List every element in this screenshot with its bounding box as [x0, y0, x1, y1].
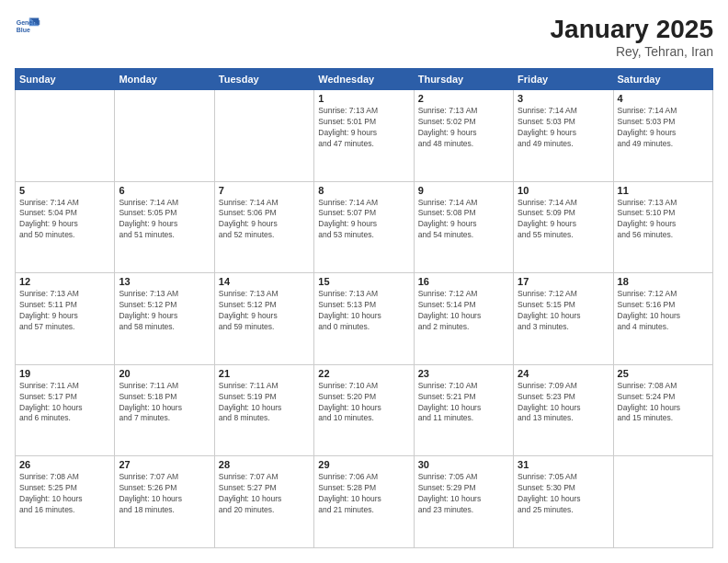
- table-cell: 22Sunrise: 7:10 AM Sunset: 5:20 PM Dayli…: [314, 364, 414, 456]
- day-info: Sunrise: 7:14 AM Sunset: 5:05 PM Dayligh…: [119, 198, 210, 242]
- day-number: 15: [318, 276, 409, 287]
- day-info: Sunrise: 7:14 AM Sunset: 5:04 PM Dayligh…: [19, 198, 110, 242]
- day-info: Sunrise: 7:13 AM Sunset: 5:11 PM Dayligh…: [19, 289, 110, 333]
- logo: General Blue: [15, 15, 40, 40]
- day-info: Sunrise: 7:11 AM Sunset: 5:19 PM Dayligh…: [219, 381, 310, 425]
- calendar-table: Sunday Monday Tuesday Wednesday Thursday…: [15, 68, 713, 548]
- table-cell: 2Sunrise: 7:13 AM Sunset: 5:02 PM Daylig…: [414, 90, 513, 182]
- week-row-2: 5Sunrise: 7:14 AM Sunset: 5:04 PM Daylig…: [16, 181, 713, 273]
- table-cell: 23Sunrise: 7:10 AM Sunset: 5:21 PM Dayli…: [414, 364, 513, 456]
- col-monday: Monday: [115, 69, 214, 90]
- day-info: Sunrise: 7:13 AM Sunset: 5:12 PM Dayligh…: [119, 289, 210, 333]
- day-info: Sunrise: 7:13 AM Sunset: 5:13 PM Dayligh…: [318, 289, 409, 333]
- table-cell: 3Sunrise: 7:14 AM Sunset: 5:03 PM Daylig…: [514, 90, 613, 182]
- col-thursday: Thursday: [414, 69, 513, 90]
- day-info: Sunrise: 7:10 AM Sunset: 5:21 PM Dayligh…: [418, 381, 509, 425]
- col-friday: Friday: [514, 69, 613, 90]
- table-cell: 11Sunrise: 7:13 AM Sunset: 5:10 PM Dayli…: [613, 181, 712, 273]
- col-sunday: Sunday: [16, 69, 115, 90]
- day-info: Sunrise: 7:05 AM Sunset: 5:29 PM Dayligh…: [418, 472, 509, 516]
- day-number: 23: [418, 368, 509, 379]
- table-cell: 21Sunrise: 7:11 AM Sunset: 5:19 PM Dayli…: [214, 364, 313, 456]
- day-number: 19: [19, 368, 110, 379]
- day-number: 22: [318, 368, 409, 379]
- table-cell: 30Sunrise: 7:05 AM Sunset: 5:29 PM Dayli…: [414, 456, 513, 548]
- table-cell: 28Sunrise: 7:07 AM Sunset: 5:27 PM Dayli…: [214, 456, 313, 548]
- table-cell: 10Sunrise: 7:14 AM Sunset: 5:09 PM Dayli…: [514, 181, 613, 273]
- day-number: 5: [19, 185, 110, 196]
- table-cell: 12Sunrise: 7:13 AM Sunset: 5:11 PM Dayli…: [16, 273, 115, 365]
- day-number: 20: [119, 368, 210, 379]
- day-number: 28: [219, 459, 310, 470]
- day-number: 7: [219, 185, 310, 196]
- day-number: 14: [219, 276, 310, 287]
- day-number: 25: [618, 368, 709, 379]
- svg-text:Blue: Blue: [17, 27, 30, 33]
- table-cell: 31Sunrise: 7:05 AM Sunset: 5:30 PM Dayli…: [514, 456, 613, 548]
- day-info: Sunrise: 7:14 AM Sunset: 5:03 PM Dayligh…: [518, 106, 609, 150]
- page: General Blue January 2025 Rey, Tehran, I…: [0, 0, 728, 563]
- day-number: 29: [318, 459, 409, 470]
- day-number: 10: [518, 185, 609, 196]
- table-cell: 26Sunrise: 7:08 AM Sunset: 5:25 PM Dayli…: [16, 456, 115, 548]
- day-info: Sunrise: 7:11 AM Sunset: 5:18 PM Dayligh…: [119, 381, 210, 425]
- table-cell: 17Sunrise: 7:12 AM Sunset: 5:15 PM Dayli…: [514, 273, 613, 365]
- table-cell: 8Sunrise: 7:14 AM Sunset: 5:07 PM Daylig…: [314, 181, 414, 273]
- calendar-subtitle: Rey, Tehran, Iran: [551, 44, 713, 59]
- table-cell: 7Sunrise: 7:14 AM Sunset: 5:06 PM Daylig…: [214, 181, 313, 273]
- day-info: Sunrise: 7:13 AM Sunset: 5:02 PM Dayligh…: [418, 106, 509, 150]
- day-info: Sunrise: 7:12 AM Sunset: 5:14 PM Dayligh…: [418, 289, 509, 333]
- svg-text:General: General: [17, 19, 40, 26]
- week-row-1: 1Sunrise: 7:13 AM Sunset: 5:01 PM Daylig…: [16, 90, 713, 182]
- col-saturday: Saturday: [613, 69, 712, 90]
- table-cell: 15Sunrise: 7:13 AM Sunset: 5:13 PM Dayli…: [314, 273, 414, 365]
- day-info: Sunrise: 7:06 AM Sunset: 5:28 PM Dayligh…: [318, 472, 409, 516]
- day-number: 4: [618, 93, 709, 104]
- day-number: 31: [518, 459, 609, 470]
- table-cell: 24Sunrise: 7:09 AM Sunset: 5:23 PM Dayli…: [514, 364, 613, 456]
- logo-icon: General Blue: [15, 15, 40, 40]
- title-block: January 2025 Rey, Tehran, Iran: [551, 15, 713, 59]
- week-row-3: 12Sunrise: 7:13 AM Sunset: 5:11 PM Dayli…: [16, 273, 713, 365]
- day-info: Sunrise: 7:07 AM Sunset: 5:27 PM Dayligh…: [219, 472, 310, 516]
- table-cell: 18Sunrise: 7:12 AM Sunset: 5:16 PM Dayli…: [613, 273, 712, 365]
- day-info: Sunrise: 7:14 AM Sunset: 5:08 PM Dayligh…: [418, 198, 509, 242]
- table-cell: 16Sunrise: 7:12 AM Sunset: 5:14 PM Dayli…: [414, 273, 513, 365]
- header-row: Sunday Monday Tuesday Wednesday Thursday…: [16, 69, 713, 90]
- table-cell: 25Sunrise: 7:08 AM Sunset: 5:24 PM Dayli…: [613, 364, 712, 456]
- day-info: Sunrise: 7:13 AM Sunset: 5:12 PM Dayligh…: [219, 289, 310, 333]
- table-cell: 27Sunrise: 7:07 AM Sunset: 5:26 PM Dayli…: [115, 456, 214, 548]
- col-wednesday: Wednesday: [314, 69, 414, 90]
- day-info: Sunrise: 7:14 AM Sunset: 5:07 PM Dayligh…: [318, 198, 409, 242]
- table-cell: 19Sunrise: 7:11 AM Sunset: 5:17 PM Dayli…: [16, 364, 115, 456]
- header: General Blue January 2025 Rey, Tehran, I…: [15, 15, 713, 59]
- day-number: 2: [418, 93, 509, 104]
- table-cell: 9Sunrise: 7:14 AM Sunset: 5:08 PM Daylig…: [414, 181, 513, 273]
- day-info: Sunrise: 7:14 AM Sunset: 5:06 PM Dayligh…: [219, 198, 310, 242]
- table-cell: 20Sunrise: 7:11 AM Sunset: 5:18 PM Dayli…: [115, 364, 214, 456]
- day-number: 11: [618, 185, 709, 196]
- day-number: 1: [318, 93, 409, 104]
- day-info: Sunrise: 7:14 AM Sunset: 5:03 PM Dayligh…: [618, 106, 709, 150]
- day-info: Sunrise: 7:05 AM Sunset: 5:30 PM Dayligh…: [518, 472, 609, 516]
- week-row-4: 19Sunrise: 7:11 AM Sunset: 5:17 PM Dayli…: [16, 364, 713, 456]
- day-info: Sunrise: 7:13 AM Sunset: 5:10 PM Dayligh…: [618, 198, 709, 242]
- table-cell: 29Sunrise: 7:06 AM Sunset: 5:28 PM Dayli…: [314, 456, 414, 548]
- day-number: 16: [418, 276, 509, 287]
- day-info: Sunrise: 7:10 AM Sunset: 5:20 PM Dayligh…: [318, 381, 409, 425]
- day-info: Sunrise: 7:11 AM Sunset: 5:17 PM Dayligh…: [19, 381, 110, 425]
- day-info: Sunrise: 7:12 AM Sunset: 5:15 PM Dayligh…: [518, 289, 609, 333]
- day-info: Sunrise: 7:09 AM Sunset: 5:23 PM Dayligh…: [518, 381, 609, 425]
- table-cell: 14Sunrise: 7:13 AM Sunset: 5:12 PM Dayli…: [214, 273, 313, 365]
- day-number: 6: [119, 185, 210, 196]
- table-cell: [214, 90, 313, 182]
- day-number: 30: [418, 459, 509, 470]
- col-tuesday: Tuesday: [214, 69, 313, 90]
- day-info: Sunrise: 7:07 AM Sunset: 5:26 PM Dayligh…: [119, 472, 210, 516]
- day-number: 17: [518, 276, 609, 287]
- day-number: 27: [119, 459, 210, 470]
- calendar-title: January 2025: [551, 15, 713, 44]
- table-cell: [613, 456, 712, 548]
- day-number: 3: [518, 93, 609, 104]
- day-number: 8: [318, 185, 409, 196]
